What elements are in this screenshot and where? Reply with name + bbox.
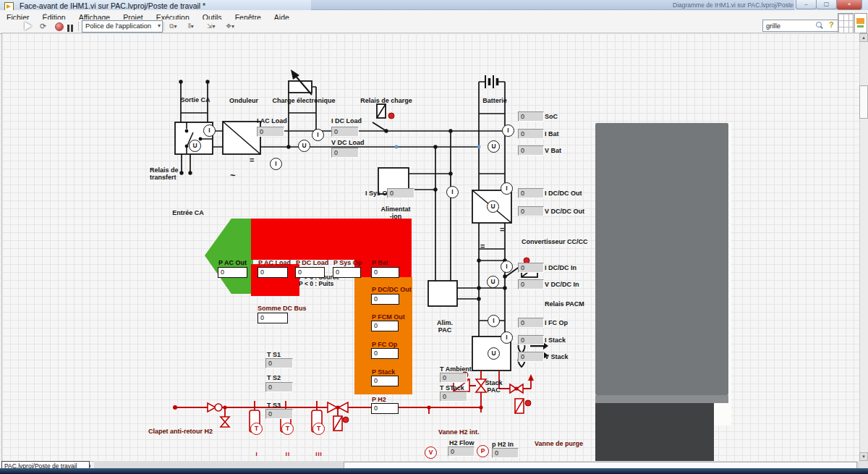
power-label-p_sys_op: P Sys Op: [333, 259, 362, 266]
power-control-p_fcm_out[interactable]: 0: [371, 321, 399, 331]
meter-current: I: [446, 186, 459, 198]
indicator-label-t_ambient: T Ambient: [440, 365, 472, 373]
distribute-objects-dropdown[interactable]: ⫴▾: [187, 21, 204, 32]
note-puits: P < 0 : Puits: [299, 280, 333, 287]
meter-voltage: U: [189, 140, 201, 152]
pause-icon[interactable]: [67, 22, 75, 32]
meter-voltage: U: [487, 276, 499, 288]
meter-current: I: [488, 315, 500, 327]
label-alimentation: Alimentat-ion: [380, 206, 411, 220]
power-control-somme_dc_bus[interactable]: 0: [258, 313, 288, 323]
indicator-i_fc_op[interactable]: 0: [518, 318, 544, 328]
meter-voltage: U: [488, 140, 500, 153]
indicator-i_ac_load[interactable]: 0: [257, 127, 284, 137]
minimize-button[interactable]: –: [796, 0, 817, 9]
power-label-p_ac_load: P AC Load: [258, 259, 291, 266]
indicator-i_dcdc_out[interactable]: 0: [518, 188, 544, 198]
indicator-label-soc: SoC: [545, 113, 558, 120]
indicator-i_stack[interactable]: 0: [518, 335, 544, 345]
vi-icon-art: [857, 25, 864, 27]
power-label-p_stack: P Stack: [372, 368, 395, 376]
meter-current: I: [312, 129, 324, 141]
connector-pane-icon[interactable]: [838, 13, 854, 33]
menu-bar: FichierÉditionAffichageProjetExécutionOu…: [0, 10, 868, 20]
meter-temperature: T: [281, 423, 294, 435]
windows-taskbar[interactable]: [0, 468, 868, 474]
rack-lid: [595, 395, 728, 403]
power-control-p_dcdc_out[interactable]: 0: [371, 294, 399, 305]
front-panel-grid[interactable]: P > 0 : Source P < 0 : Puits: [2, 33, 859, 461]
indicator-label-i_dcdc_in: I DC/DC In: [545, 264, 576, 271]
indicator-label-t_stack: T STack: [440, 384, 464, 392]
indicator-h2_flow[interactable]: 0: [448, 447, 475, 457]
scroll-up-arrow[interactable]: ▲: [859, 33, 868, 42]
run-icon[interactable]: [25, 22, 32, 30]
indicator-v_stack[interactable]: 0: [518, 352, 544, 362]
label-stack-pac: StackPAC: [475, 379, 513, 394]
onduleur-ac-symbol: ~: [230, 172, 236, 179]
indicator-t_s2[interactable]: 0: [265, 382, 293, 392]
indicator-i_dcdc_in[interactable]: 0: [518, 263, 544, 273]
power-label-somme_dc_bus: Somme DC Bus: [258, 305, 307, 312]
tank-numeral: III: [315, 451, 323, 457]
converter-dc-symbol: =: [500, 226, 504, 233]
indicator-i_bat[interactable]: 0: [518, 129, 544, 139]
align-objects-dropdown[interactable]: ⧉▾: [168, 21, 185, 32]
help-icon[interactable]: ?: [829, 20, 834, 29]
meter-temperature: T: [250, 423, 263, 435]
run-continuous-icon[interactable]: ⟳: [40, 21, 46, 31]
power-control-p_bat[interactable]: 0: [371, 267, 399, 278]
indicator-t_s3[interactable]: 0: [265, 409, 293, 419]
indicator-p_h2_in[interactable]: 0: [492, 448, 519, 458]
font-selector[interactable]: Police de l'application 15pts▾: [82, 20, 163, 33]
background-window-titlebar[interactable]: Diagramme de IHM1.vi sur PAC.lvproj/Post…: [311, 0, 794, 10]
power-control-p_dc_load[interactable]: 0: [295, 267, 325, 278]
indicator-v_dcdc_out[interactable]: 0: [518, 206, 544, 216]
label-relais-transfert: Relais detransfert: [150, 166, 179, 181]
resize-objects-dropdown[interactable]: ⇲▾: [205, 21, 223, 32]
indicator-i_dc_load[interactable]: 0: [331, 127, 359, 137]
power-control-p_stack[interactable]: 0: [371, 376, 399, 386]
vi-icon-art: [856, 18, 864, 24]
indicator-soc[interactable]: 0: [518, 111, 544, 122]
abort-icon[interactable]: [55, 22, 64, 31]
vi-icon[interactable]: [854, 13, 867, 33]
vertical-scroll-thumb[interactable]: [859, 85, 868, 119]
indicator-v_dcdc_in[interactable]: 0: [518, 279, 544, 289]
indicator-i_sys_op[interactable]: 0: [387, 188, 414, 198]
power-control-p_h2[interactable]: 0: [371, 403, 399, 414]
indicator-label-p_h2_in: p H2 In: [492, 441, 514, 448]
scroll-down-arrow[interactable]: ▼: [859, 452, 868, 461]
indicator-v_dc_load[interactable]: 0: [331, 148, 359, 158]
indicator-t_s1[interactable]: 0: [265, 358, 293, 368]
power-control-p_ac_load[interactable]: 0: [258, 267, 288, 278]
power-label-p_dc_load: P DC Load: [296, 259, 328, 266]
meter-voltage: U: [487, 200, 499, 213]
power-control-p_fc_op[interactable]: 0: [371, 348, 399, 359]
indicator-t_stack[interactable]: 0: [440, 392, 467, 402]
maximize-button[interactable]: ▢: [816, 0, 837, 9]
label-onduleur: Onduleur: [229, 97, 258, 104]
meter-current: I: [270, 158, 282, 170]
power-label-p_h2: P H2: [372, 396, 386, 403]
power-control-p_ac_out[interactable]: 0: [218, 267, 247, 278]
close-button[interactable]: ×: [836, 0, 862, 10]
label-vanne-de-purge: Vanne de purge: [535, 440, 583, 447]
label-charge-electronique: Charge électronique: [272, 97, 335, 104]
indicator-label-i_ac_load: I AC Load: [257, 117, 287, 124]
indicator-v_bat[interactable]: 0: [518, 145, 544, 156]
power-control-p_sys_op[interactable]: 0: [333, 267, 361, 278]
reorder-dropdown[interactable]: ❖▾: [224, 21, 242, 32]
power-label-p_ac_out: P AC Out: [218, 259, 247, 266]
indicator-label-v_dcdc_out: V DC/DC Out: [545, 208, 584, 215]
indicator-label-v_stack: V Stack: [545, 353, 569, 360]
indicator-t_ambient[interactable]: 0: [440, 373, 467, 383]
label-sortie-ca: Sortie CA: [180, 96, 210, 103]
label-vanne-h2-int: Vanne H2 int.: [438, 428, 480, 436]
rack-cabinet: [595, 123, 728, 395]
indicator-label-v_bat: V Bat: [545, 147, 561, 154]
indicator-label-i_dc_load: I DC Load: [331, 117, 362, 124]
search-icon: [816, 22, 822, 27]
chevron-down-icon: ▾: [158, 21, 161, 31]
indicator-label-i_fc_op: I FC Op: [545, 319, 568, 326]
